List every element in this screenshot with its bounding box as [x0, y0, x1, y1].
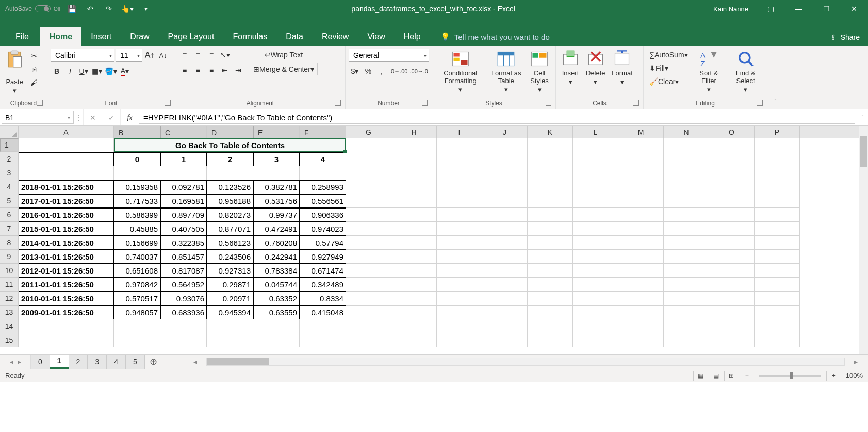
align-top-icon[interactable]: ≡ — [178, 49, 191, 61]
row-label[interactable]: 2010-01-01 15:26:50 — [19, 292, 114, 306]
sheet-tab-5[interactable]: 5 — [126, 355, 145, 369]
vertical-scrollbar[interactable] — [859, 126, 868, 354]
percent-icon[interactable]: % — [362, 65, 374, 77]
sheet-tab-2[interactable]: 2 — [69, 355, 88, 369]
data-cell[interactable]: 0.29871 — [207, 278, 253, 292]
data-cell[interactable]: 0.472491 — [253, 222, 300, 236]
data-cell[interactable]: 0.760208 — [253, 236, 300, 250]
data-cell[interactable]: 0.927313 — [207, 264, 253, 278]
horizontal-scrollbar[interactable]: ◂ ▸ — [183, 355, 868, 369]
autosum-button[interactable]: ∑ AutoSum ▾ — [647, 49, 691, 61]
increase-font-icon[interactable]: A↑ — [143, 49, 156, 61]
delete-cells-button[interactable]: Delete▾ — [584, 49, 608, 87]
font-color-icon[interactable]: A▾ — [119, 65, 131, 77]
row-header[interactable]: 2 — [0, 152, 19, 166]
spreadsheet-grid[interactable]: ABCDEFGHIJKLMNOP 1Go Back To Table of Co… — [0, 126, 868, 354]
data-cell[interactable]: 0.342489 — [300, 278, 346, 292]
increase-decimal-icon[interactable]: .0→.00 — [389, 65, 408, 77]
row-label[interactable]: 2015-01-01 15:26:50 — [19, 222, 114, 236]
number-format-select[interactable]: General▾ — [349, 49, 429, 62]
row-label[interactable]: 2012-01-01 15:26:50 — [19, 264, 114, 278]
column-header-F[interactable]: F — [300, 126, 346, 139]
table-column-header[interactable]: 1 — [160, 152, 207, 166]
data-cell[interactable]: 0.671474 — [300, 264, 346, 278]
tell-me-search[interactable]: 💡 Tell me what you want to do — [440, 32, 550, 46]
data-cell[interactable]: 0.8334 — [300, 292, 346, 306]
table-column-header[interactable]: 4 — [300, 152, 346, 166]
format-painter-icon[interactable]: 🖌 — [28, 76, 40, 89]
column-header-P[interactable]: P — [755, 126, 800, 138]
new-sheet-button[interactable]: ⊕ — [145, 355, 162, 369]
data-cell[interactable]: 0.415048 — [300, 306, 346, 319]
row-header[interactable]: 4 — [0, 180, 19, 194]
row-header[interactable]: 11 — [0, 278, 19, 292]
enter-formula-icon[interactable]: ✓ — [102, 109, 120, 125]
clear-button[interactable]: 🧹 Clear ▾ — [647, 75, 691, 88]
borders-icon[interactable]: ▦▾ — [91, 65, 103, 77]
row-header[interactable]: 13 — [0, 306, 19, 319]
qat-customize-icon[interactable]: ▾ — [139, 2, 153, 16]
page-layout-view-icon[interactable]: ▤ — [709, 371, 723, 381]
find-select-button[interactable]: Find & Select▾ — [727, 49, 764, 94]
data-cell[interactable]: 0.948057 — [114, 306, 160, 319]
column-header-A[interactable]: A — [19, 126, 114, 138]
minimize-icon[interactable]: — — [787, 0, 810, 18]
data-cell[interactable]: 0.99737 — [253, 208, 300, 222]
increase-indent-icon[interactable]: ⇥ — [232, 64, 244, 76]
zoom-level[interactable]: 100% — [846, 372, 863, 379]
row-header[interactable]: 6 — [0, 208, 19, 222]
comma-icon[interactable]: , — [375, 65, 388, 77]
data-cell[interactable]: 0.93076 — [160, 292, 207, 306]
row-label[interactable]: 2017-01-01 15:26:50 — [19, 194, 114, 208]
cancel-formula-icon[interactable]: ✕ — [83, 109, 102, 125]
normal-view-icon[interactable]: ▦ — [693, 371, 708, 381]
data-cell[interactable]: 0.045744 — [253, 278, 300, 292]
data-cell[interactable]: 0.156699 — [114, 236, 160, 250]
align-center-icon[interactable]: ≡ — [192, 64, 204, 76]
bold-button[interactable]: B — [51, 65, 63, 77]
hyperlink-cell[interactable]: Go Back To Table of Contents — [114, 138, 346, 152]
row-header[interactable]: 3 — [0, 166, 19, 180]
align-bottom-icon[interactable]: ≡ — [205, 49, 218, 61]
data-cell[interactable]: 0.970842 — [114, 278, 160, 292]
row-header[interactable]: 5 — [0, 194, 19, 208]
data-cell[interactable]: 0.877071 — [207, 222, 253, 236]
data-cell[interactable]: 0.564952 — [160, 278, 207, 292]
font-name-select[interactable]: Calibri▾ — [51, 49, 114, 62]
conditional-formatting-button[interactable]: Conditional Formatting▾ — [435, 49, 485, 94]
paste-button[interactable]: ​Paste▾ — [3, 49, 26, 95]
align-middle-icon[interactable]: ≡ — [192, 49, 204, 61]
data-cell[interactable]: 0.897709 — [160, 208, 207, 222]
wrap-text-button[interactable]: ↩ Wrap Text — [250, 49, 318, 61]
column-header-D[interactable]: D — [207, 126, 253, 139]
row-header[interactable]: 14 — [0, 319, 19, 333]
decrease-font-icon[interactable]: A↓ — [157, 49, 169, 61]
data-cell[interactable]: 0.382781 — [253, 180, 300, 194]
collapse-ribbon-icon[interactable]: ˄ — [767, 46, 783, 109]
data-cell[interactable]: 0.906336 — [300, 208, 346, 222]
data-cell[interactable]: 0.817087 — [160, 264, 207, 278]
data-cell[interactable]: 0.566123 — [207, 236, 253, 250]
align-left-icon[interactable]: ≡ — [178, 64, 191, 76]
data-cell[interactable]: 0.974023 — [300, 222, 346, 236]
row-header[interactable]: 8 — [0, 236, 19, 250]
currency-icon[interactable]: $▾ — [349, 65, 361, 77]
tab-data[interactable]: Data — [276, 27, 313, 46]
data-cell[interactable]: 0.407505 — [160, 222, 207, 236]
column-header-O[interactable]: O — [709, 126, 755, 138]
autosave-toggle[interactable]: AutoSave Off — [5, 5, 60, 12]
tab-insert[interactable]: Insert — [81, 27, 121, 46]
sheet-tab-4[interactable]: 4 — [107, 355, 126, 369]
row-header[interactable]: 15 — [0, 333, 19, 347]
sheet-tab-0[interactable]: 0 — [31, 355, 50, 369]
data-cell[interactable]: 0.586399 — [114, 208, 160, 222]
table-column-header[interactable]: 3 — [253, 152, 300, 166]
tab-page-layout[interactable]: Page Layout — [159, 27, 224, 46]
insert-cells-button[interactable]: Insert▾ — [559, 49, 582, 87]
zoom-in-icon[interactable]: + — [826, 371, 841, 381]
data-cell[interactable]: 0.092781 — [160, 180, 207, 194]
row-label[interactable]: 2016-01-01 15:26:50 — [19, 208, 114, 222]
column-header-L[interactable]: L — [573, 126, 618, 138]
row-header[interactable]: 1 — [0, 138, 19, 152]
sheet-tab-1[interactable]: 1 — [50, 355, 69, 369]
